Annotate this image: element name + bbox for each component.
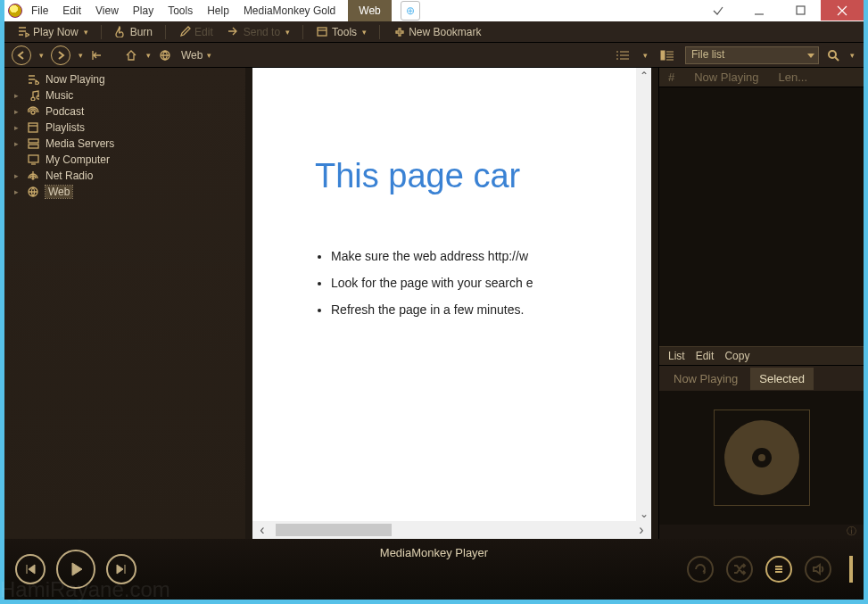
panel-menu-edit[interactable]: Edit (696, 350, 715, 362)
server-icon (26, 137, 40, 150)
view-columns-button[interactable] (655, 46, 680, 64)
col-number[interactable]: # (668, 70, 674, 84)
svg-rect-0 (797, 6, 805, 14)
panel-menu-copy[interactable]: Copy (724, 350, 749, 362)
tree-label: Now Playing (45, 73, 105, 86)
volume-button[interactable] (805, 556, 831, 583)
nav-forward-button[interactable] (51, 46, 70, 65)
tree-music[interactable]: ▸ Music (4, 87, 245, 103)
window-maximize-button[interactable] (780, 0, 821, 21)
edit-label: Edit (194, 26, 213, 38)
filelist-value: File list (691, 48, 724, 61)
menu-edit[interactable]: Edit (57, 2, 87, 20)
volume-slider[interactable] (849, 556, 853, 583)
burn-button[interactable]: Burn (109, 24, 158, 40)
nav-back-button[interactable] (12, 46, 31, 65)
view-list-dropdown[interactable]: ▾ (641, 51, 649, 60)
new-tab-button[interactable]: ⊕ (401, 1, 420, 21)
col-length[interactable]: Len... (779, 70, 808, 84)
new-bookmark-button[interactable]: New Bookmark (387, 24, 486, 40)
tools-button[interactable]: Tools ▾ (310, 24, 372, 40)
web-view: This page car Make sure the web address … (252, 68, 651, 539)
forward-history-dropdown[interactable]: ▾ (76, 51, 85, 60)
podcast-icon (26, 105, 40, 118)
vertical-scrollbar[interactable]: ⌃ ⌄ (636, 68, 651, 521)
svg-rect-6 (29, 123, 37, 132)
nav-up-button[interactable] (90, 48, 104, 62)
svg-rect-7 (29, 139, 38, 143)
radio-icon (26, 170, 40, 182)
error-bullet: Make sure the web address http://w (331, 249, 630, 263)
play-now-button[interactable]: Play Now ▾ (12, 24, 94, 40)
panel-menu-list[interactable]: List (668, 350, 685, 362)
expand-icon[interactable]: ▸ (12, 139, 21, 148)
expand-icon[interactable]: ▸ (12, 123, 21, 132)
scroll-right-icon[interactable]: › (632, 521, 651, 539)
app-window: File Edit View Play Tools Help MediaMonk… (4, 0, 864, 600)
svg-point-10 (32, 178, 34, 179)
bookmark-icon (393, 26, 405, 38)
scroll-thumb[interactable] (276, 524, 392, 536)
tree-podcast[interactable]: ▸ Podcast (4, 103, 245, 120)
back-history-dropdown[interactable]: ▾ (37, 51, 45, 60)
chevron-down-icon: ▾ (362, 28, 367, 37)
tools-label: Tools (332, 26, 357, 38)
error-heading: This page car (315, 157, 630, 195)
scroll-down-icon[interactable]: ⌄ (636, 506, 651, 521)
filelist-dropdown[interactable]: File list (685, 46, 819, 64)
menu-view[interactable]: View (90, 2, 124, 20)
home-icon[interactable] (124, 48, 138, 62)
menu-tools[interactable]: Tools (162, 2, 198, 20)
tree-playlists[interactable]: ▸ Playlists (4, 120, 245, 136)
panel-tabs: Now Playing Selected (659, 366, 864, 391)
tree-net-radio[interactable]: ▸ Net Radio (4, 168, 245, 184)
tab-web[interactable]: Web (348, 0, 391, 21)
new-bookmark-label: New Bookmark (409, 26, 481, 38)
tree-label: Media Servers (45, 137, 114, 150)
scroll-up-icon[interactable]: ⌃ (636, 68, 651, 83)
menu-gold[interactable]: MediaMonkey Gold (238, 2, 341, 20)
chevron-down-icon: ▾ (84, 28, 88, 37)
action-toolbar: Play Now ▾ Burn Edit Send to ▾ Tools ▾ N… (4, 21, 864, 43)
window-minimize-button[interactable] (739, 0, 780, 21)
window-help-button[interactable] (698, 0, 739, 21)
home-dropdown[interactable]: ▾ (144, 51, 153, 60)
expand-icon[interactable]: ▸ (12, 107, 21, 116)
sidebar-tree: Now Playing ▸ Music ▸ Podcast ▸ Playlist… (4, 68, 245, 539)
album-art[interactable] (659, 391, 864, 525)
edit-button[interactable]: Edit (173, 24, 219, 40)
expand-icon[interactable]: ▸ (12, 171, 21, 180)
tree-now-playing[interactable]: Now Playing (4, 71, 245, 87)
breadcrumb-label: Web (181, 49, 203, 62)
tracklist-body[interactable] (659, 87, 864, 346)
scroll-left-icon[interactable]: ‹ (252, 521, 272, 539)
menu-help[interactable]: Help (202, 2, 235, 20)
breadcrumb-web[interactable]: Web ▾ (178, 47, 215, 63)
menu-play[interactable]: Play (128, 2, 159, 20)
search-dropdown[interactable]: ▾ (847, 51, 856, 60)
app-icon (8, 4, 22, 18)
search-button[interactable] (824, 46, 842, 64)
tree-my-computer[interactable]: My Computer (4, 152, 245, 168)
player-bar: MediaMonkey Player (4, 539, 864, 600)
shuffle-button[interactable] (726, 556, 753, 583)
horizontal-scrollbar[interactable]: ‹ › (252, 521, 651, 539)
tab-selected[interactable]: Selected (750, 368, 814, 390)
send-to-icon (227, 26, 240, 38)
tab-now-playing[interactable]: Now Playing (665, 368, 747, 390)
tree-media-servers[interactable]: ▸ Media Servers (4, 136, 245, 152)
expand-icon[interactable]: ▸ (12, 91, 21, 100)
chevron-down-icon: ▾ (285, 28, 290, 37)
send-to-button[interactable]: Send to ▾ (222, 24, 295, 40)
music-icon (26, 89, 40, 102)
info-icon[interactable]: ⓘ (659, 525, 864, 539)
tree-web[interactable]: ▸ Web (4, 184, 245, 200)
window-close-button[interactable] (821, 0, 864, 21)
view-list-button[interactable] (610, 46, 635, 64)
queue-button[interactable] (765, 556, 792, 583)
col-nowplaying[interactable]: Now Playing (694, 70, 758, 84)
repeat-button[interactable] (687, 556, 714, 583)
web-content[interactable]: This page car Make sure the web address … (252, 68, 651, 521)
expand-icon[interactable]: ▸ (12, 187, 21, 196)
menu-file[interactable]: File (26, 2, 54, 20)
